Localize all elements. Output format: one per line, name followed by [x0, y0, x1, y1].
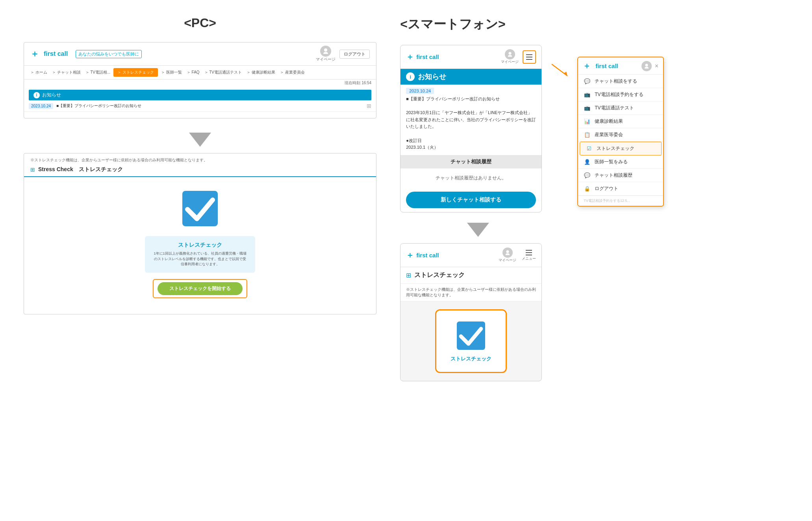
sp-dropdown-logo-plus: ＋ [583, 61, 591, 71]
pc-stress-note: ※ストレスチェック機能は、企業からユーザー様に依頼がある場合のみ利用可能な機能と… [24, 153, 376, 163]
sp-menu-health-label: 健康診断結果 [595, 118, 623, 125]
pc-stress-btn-wrap: ストレスチェックを開始する [153, 279, 247, 298]
sp-menu-doctors-label: 医師一覧をみる [595, 159, 628, 165]
sp-notice-title: お知らせ [418, 72, 446, 81]
sp-logo-plus: ＋ [406, 52, 414, 62]
sp-logo-text: first call [416, 54, 439, 60]
pc-notice-date: 2023.10.24 [29, 103, 53, 109]
pc-logo-plus: ＋ [30, 48, 39, 60]
sp-user-icon[interactable] [505, 49, 515, 59]
sp-notice-content: ■【重要】プライバシーポリシー改訂のお知らせ 2023年10月1日に「ヤフー株式… [400, 96, 541, 151]
sp-section-title: <スマートフォン> [400, 16, 505, 33]
pc-nav-tvtest[interactable]: ＞ TV電話通話テスト [203, 69, 243, 76]
sp-menu-item-committee[interactable]: 📋 産業医等委会 [578, 128, 663, 142]
sp-menu-icon [526, 54, 532, 60]
sp-menu-doctors-icon: 👤 [584, 159, 591, 165]
pc-nav-health[interactable]: ＞ 健康診断結果 [245, 69, 277, 76]
pc-stress-header: ⊞ Stress Check ストレスチェック [24, 163, 376, 177]
sp-info-icon: i [406, 72, 415, 81]
pc-nav-committee[interactable]: ＞ 産業委員会 [278, 69, 306, 76]
pc-notice-expand-icon[interactable]: ⊞ [367, 103, 371, 109]
pc-time: 現在時刻 16:54 [24, 79, 376, 87]
sp-menu-tv-test-icon: 📺 [584, 105, 591, 111]
sp-stress-menu-label: メニュー [522, 256, 536, 261]
pc-header: ＋ first call あなたの悩みをいつでも医師に マイページ ログアウト [24, 42, 376, 66]
svg-point-5 [645, 63, 648, 66]
sp-menu-history-icon: 💬 [584, 172, 591, 178]
sp-top-row: ＋ first call マイページ [400, 45, 788, 212]
sp-menu-item-chat-history[interactable]: 💬 チャット相談履歴 [578, 169, 663, 182]
sp-dropdown-logo-text: first call [595, 63, 618, 69]
sp-dropdown-header-right: × [641, 61, 658, 71]
sp-stress-screen: ＋ first call マイページ [400, 243, 542, 381]
sp-arrow-shape [467, 223, 489, 237]
pc-nav: ＞ ホーム ＞ チャット相談 ＞ TV電話相... ＞ ストレスチェック ＞ 医… [24, 66, 376, 79]
pc-logout-button[interactable]: ログアウト [339, 50, 370, 59]
sp-notice-bar: i お知らせ [400, 69, 541, 85]
sp-stress-mypage-label: マイページ [499, 258, 516, 263]
pc-stress-start-button[interactable]: ストレスチェックを開始する [158, 282, 243, 295]
pc-section-title: <PC> [24, 16, 376, 30]
sp-menu-health-icon: 📊 [584, 118, 591, 124]
sp-arrow-down [400, 216, 489, 243]
sp-stress-menu-area: メニュー [522, 249, 536, 261]
pc-stress-info-box: ストレスチェック 1年に1回以上が義務化されている、社員の過重労働・職場のストレ… [145, 236, 255, 273]
sp-menu-tv-res-label: TV電話相談予約をする [595, 91, 643, 98]
pc-user-icon[interactable] [320, 46, 331, 57]
sp-dropdown-footer: TV電話相談予約をする12:5... [578, 196, 663, 206]
pc-tagline: あなたの悩みをいつでも医師に [76, 50, 142, 58]
sp-dropdown-header: ＋ first call × [578, 57, 663, 75]
sp-mypage-label: マイページ [501, 59, 519, 65]
pc-notice-row: 2023.10.24 ■【重要】プライバシーポリシー改訂のお知らせ ⊞ [24, 100, 376, 112]
sp-header: ＋ first call マイページ [400, 45, 541, 69]
pc-nav-doctor[interactable]: ＞ 医師一覧 [159, 69, 184, 76]
sp-stress-user-icon[interactable] [502, 248, 513, 258]
sp-connector [550, 45, 569, 78]
pc-notice-bar: i お知らせ [29, 90, 371, 100]
sp-dropdown-close-button[interactable]: × [655, 63, 658, 70]
sp-stress-title-row: ⊞ ストレスチェック [400, 267, 541, 284]
sp-menu-stress-icon: ☑ [586, 146, 593, 151]
pc-info-icon: i [33, 92, 40, 98]
sp-notice-date: 2023.10.24 [406, 88, 434, 94]
sp-stress-checkmark-icon [455, 320, 487, 351]
sp-new-chat-button[interactable]: 新しくチャット相談する [406, 192, 536, 208]
pc-nav-tv[interactable]: ＞ TV電話相... [84, 69, 112, 76]
pc-stress-info-title: ストレスチェック [153, 242, 247, 249]
sp-menu-committee-label: 産業医等委会 [595, 131, 623, 138]
sp-stress-menu-lines-icon[interactable] [525, 249, 533, 256]
pc-nav-faq[interactable]: ＞ FAQ [185, 69, 201, 76]
sp-menu-item-doctors[interactable]: 👤 医師一覧をみる [578, 155, 663, 169]
sp-menu-item-chat[interactable]: 💬 チャット相談をする [578, 75, 663, 88]
sp-menu-item-tv-test[interactable]: 📺 TV電話通話テスト [578, 102, 663, 115]
sp-stress-icon-wrap: ストレスチェック [400, 301, 541, 381]
sp-menu-item-logout[interactable]: 🔒 ログアウト [578, 182, 663, 196]
pc-mypage-label: マイページ [316, 57, 336, 62]
pc-screenshot-top: ＋ first call あなたの悩みをいつでも医師に マイページ ログアウト … [24, 42, 376, 118]
sp-chat-empty: チャット相談履歴はありません。 [400, 168, 541, 188]
sp-menu-item-tv-reservation[interactable]: 📺 TV電話相談予約をする [578, 88, 663, 102]
pc-screenshot-bottom: ※ストレスチェック機能は、企業からユーザー様に依頼がある場合のみ利用可能な機能と… [24, 153, 376, 314]
pc-stress-title: Stress Check ストレスチェック [38, 166, 123, 173]
sp-dropdown-user-icon[interactable] [641, 61, 652, 71]
sp-stress-grid-icon: ⊞ [406, 272, 411, 279]
pc-nav-stress[interactable]: ＞ ストレスチェック [113, 68, 158, 77]
sp-menu-item-health[interactable]: 📊 健康診断結果 [578, 115, 663, 128]
sp-stress-icon-box[interactable]: ストレスチェック [435, 309, 507, 373]
sp-stress-label: ストレスチェック [450, 355, 491, 362]
sp-stress-note: ※ストレスチェック機能は、企業からユーザー様に依頼がある場合のみ利用可能な機能と… [400, 284, 541, 301]
sp-main-screen: ＋ first call マイページ [400, 45, 542, 212]
sp-menu-button[interactable] [523, 50, 536, 64]
pc-nav-home[interactable]: ＞ ホーム [29, 69, 49, 76]
pc-nav-chat[interactable]: ＞ チャット相談 [50, 69, 82, 76]
sp-stress-mypage-area: マイページ [499, 248, 516, 263]
pc-notice-title: お知らせ [42, 92, 61, 98]
sp-stress-title-text: ストレスチェック [414, 271, 465, 279]
sp-menu-committee-icon: 📋 [584, 132, 591, 138]
pc-arrow-down [24, 126, 376, 153]
pc-logo-text: first call [44, 50, 68, 57]
sp-notice-revised: ●改訂日 [406, 137, 536, 144]
sp-notice-text1: ■【重要】プライバシーポリシー改訂のお知らせ [406, 96, 536, 103]
sp-menu-item-stress[interactable]: ☑ ストレスチェック [580, 142, 662, 155]
sp-menu-tv-test-label: TV電話通話テスト [595, 105, 634, 111]
